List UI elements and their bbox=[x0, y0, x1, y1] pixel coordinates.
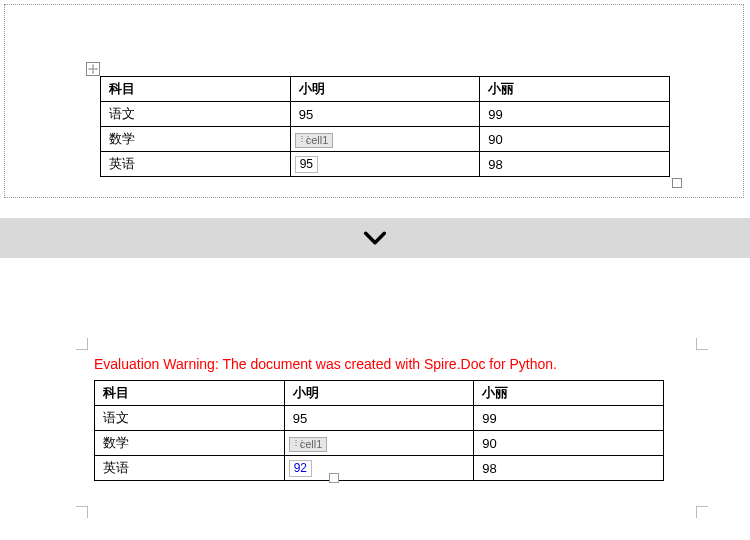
table: 科目 小明 小丽 语文 95 99 数学 ⋮⋮cell1 90 英语 92 98 bbox=[94, 380, 664, 481]
table-row: 语文 95 99 bbox=[101, 102, 670, 127]
cell: 90 bbox=[482, 436, 496, 451]
chevron-down-icon bbox=[361, 224, 389, 252]
structured-tag[interactable]: ⋮⋮cell1 bbox=[289, 434, 328, 452]
table-row: 数学 ⋮⋮cell1 90 bbox=[95, 431, 664, 456]
col-header: 小明 bbox=[299, 81, 325, 96]
table-header-row: 科目 小明 小丽 bbox=[95, 381, 664, 406]
cell: 98 bbox=[488, 157, 502, 172]
cell: 99 bbox=[482, 411, 496, 426]
page-corner-icon bbox=[690, 506, 708, 524]
cell: 99 bbox=[488, 107, 502, 122]
tag-end-marker-icon bbox=[329, 473, 339, 483]
col-header: 科目 bbox=[103, 385, 129, 400]
cell: 数学 bbox=[109, 131, 135, 146]
table-row: 英语 95 98 bbox=[101, 152, 670, 177]
table-resize-handle[interactable] bbox=[672, 178, 682, 188]
structured-tag[interactable]: ⋮⋮cell1 bbox=[295, 130, 334, 148]
table-row: 英语 92 98 bbox=[95, 456, 664, 481]
table-row: 数学 ⋮⋮cell1 90 bbox=[101, 127, 670, 152]
table-header-row: 科目 小明 小丽 bbox=[101, 77, 670, 102]
cell: 90 bbox=[488, 132, 502, 147]
cell: 95 bbox=[293, 411, 307, 426]
grades-table-after: 科目 小明 小丽 语文 95 99 数学 ⋮⋮cell1 90 英语 92 98 bbox=[94, 380, 664, 481]
col-header: 小丽 bbox=[482, 385, 508, 400]
cell-tag-icon: ⋮⋮cell1 bbox=[295, 133, 334, 148]
cell: 语文 bbox=[103, 410, 129, 425]
cell: 95 bbox=[295, 156, 318, 173]
cell: 英语 bbox=[103, 460, 129, 475]
page-corner-icon bbox=[76, 332, 94, 350]
col-header: 科目 bbox=[109, 81, 135, 96]
cell: 语文 bbox=[109, 106, 135, 121]
cell: 数学 bbox=[103, 435, 129, 450]
cell: 98 bbox=[482, 461, 496, 476]
cell-changed-value: 92 bbox=[289, 460, 312, 477]
col-header: 小丽 bbox=[488, 81, 514, 96]
cell: 英语 bbox=[109, 156, 135, 171]
cell-tag-icon: ⋮⋮cell1 bbox=[289, 437, 328, 452]
page-corner-icon bbox=[690, 332, 708, 350]
table-move-handle-icon[interactable] bbox=[86, 62, 100, 76]
separator-bar[interactable] bbox=[0, 218, 750, 258]
table: 科目 小明 小丽 语文 95 99 数学 ⋮⋮cell1 90 英语 95 98 bbox=[100, 76, 670, 177]
grades-table-before: 科目 小明 小丽 语文 95 99 数学 ⋮⋮cell1 90 英语 95 98 bbox=[100, 76, 670, 177]
cell: 95 bbox=[299, 107, 313, 122]
page-corner-icon bbox=[76, 506, 94, 524]
col-header: 小明 bbox=[293, 385, 319, 400]
table-row: 语文 95 99 bbox=[95, 406, 664, 431]
evaluation-warning: Evaluation Warning: The document was cre… bbox=[94, 356, 557, 372]
